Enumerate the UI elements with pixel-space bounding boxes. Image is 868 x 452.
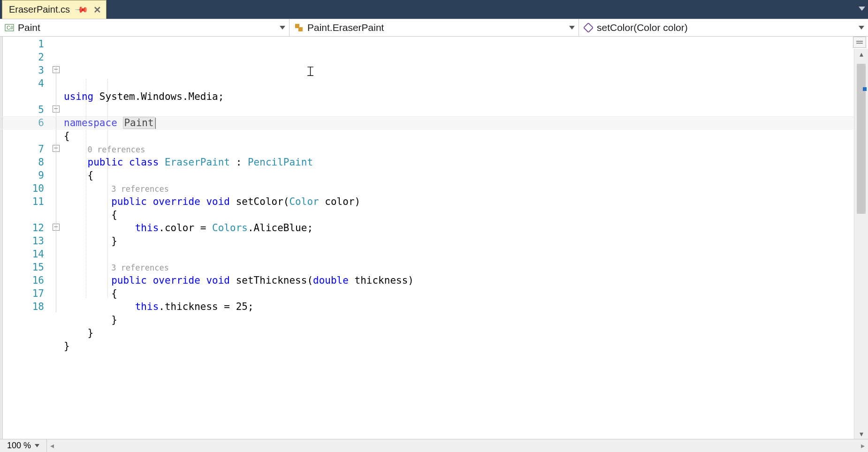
code-line[interactable] <box>64 248 868 261</box>
code-area[interactable]: 𝙸 using System.Windows.Media; namespace … <box>64 37 868 439</box>
member-dropdown-label: setColor(Color color) <box>597 22 688 33</box>
line-number: 3 <box>3 64 50 77</box>
line-number: 1 <box>3 38 50 51</box>
line-number: 2 <box>3 51 50 64</box>
line-number-gutter: 1234 56 7891011 12131415161718 <box>3 37 50 439</box>
scroll-left-icon[interactable]: ◂ <box>47 439 57 452</box>
chevron-down-icon <box>569 26 575 30</box>
chevron-down-icon <box>859 26 864 30</box>
line-number: 17 <box>3 287 50 300</box>
editor-root: EraserPaint.cs 📌 ✕ C# Paint Paint.Eraser… <box>0 0 868 452</box>
project-dropdown-label: Paint <box>18 22 40 33</box>
code-line[interactable]: using System.Windows.Media; <box>64 90 868 103</box>
line-number: 15 <box>3 261 50 274</box>
code-line[interactable]: { <box>64 129 868 143</box>
scroll-right-icon[interactable]: ▸ <box>858 439 868 452</box>
code-line[interactable]: public override void setColor(Color colo… <box>64 195 868 208</box>
code-line[interactable]: } <box>64 234 868 248</box>
line-number: 14 <box>3 248 50 261</box>
line-number: 16 <box>3 274 50 287</box>
code-line[interactable]: { <box>64 287 868 300</box>
tab-overflow-icon[interactable] <box>859 7 865 11</box>
code-line[interactable]: public override void setThickness(double… <box>64 274 868 287</box>
code-line[interactable]: { <box>64 169 868 182</box>
line-number: 7 <box>3 143 50 156</box>
scroll-thumb[interactable] <box>857 64 866 214</box>
svg-rect-3 <box>298 27 303 31</box>
horizontal-scrollbar[interactable]: ◂ ▸ <box>47 439 868 452</box>
scroll-marker <box>863 87 867 91</box>
code-line[interactable]: { <box>64 208 868 221</box>
code-line[interactable] <box>64 353 868 366</box>
class-dropdown-label: Paint.EraserPaint <box>307 22 384 33</box>
scroll-down-icon[interactable]: ▾ <box>854 429 868 439</box>
line-number: 9 <box>3 169 50 182</box>
code-line[interactable]: public class EraserPaint : PencilPaint <box>64 156 868 169</box>
file-tab-label: EraserPaint.cs <box>9 4 70 15</box>
code-line[interactable] <box>64 103 868 116</box>
line-number: 18 <box>3 300 50 313</box>
tab-bar: EraserPaint.cs 📌 ✕ <box>0 0 868 19</box>
svg-rect-4 <box>584 23 593 32</box>
line-number: 12 <box>3 221 50 234</box>
class-icon <box>294 23 304 32</box>
code-line[interactable]: namespace Paint <box>64 116 868 129</box>
chevron-down-icon <box>35 444 39 447</box>
member-dropdown[interactable]: setColor(Color color) <box>579 19 868 36</box>
split-handle[interactable] <box>853 37 866 48</box>
text-cursor-icon: 𝙸 <box>305 65 315 78</box>
zoom-dropdown[interactable]: 100 % <box>0 439 47 452</box>
code-line[interactable]: } <box>64 313 868 326</box>
code-editor[interactable]: 1234 56 7891011 12131415161718 −−−− 𝙸 us… <box>0 37 868 439</box>
scroll-track[interactable] <box>854 59 868 429</box>
pin-icon[interactable]: 📌 <box>75 2 89 17</box>
class-dropdown[interactable]: Paint.EraserPaint <box>289 19 579 36</box>
line-number: 13 <box>3 234 50 248</box>
method-icon <box>584 23 593 32</box>
project-dropdown[interactable]: C# Paint <box>0 19 289 36</box>
zoom-label: 100 % <box>7 441 31 451</box>
line-number: 11 <box>3 195 50 208</box>
line-number: 4 <box>3 77 50 90</box>
svg-text:C#: C# <box>7 25 14 30</box>
chevron-down-icon <box>280 26 285 30</box>
navigation-bar: C# Paint Paint.EraserPaint setColor(Colo… <box>0 19 868 37</box>
fold-column: −−−− <box>50 37 64 439</box>
status-bar: 100 % ◂ ▸ <box>0 439 868 452</box>
code-line[interactable]: this.thickness = 25; <box>64 300 868 313</box>
close-icon[interactable]: ✕ <box>93 4 101 15</box>
code-line[interactable]: } <box>64 326 868 339</box>
scroll-up-icon[interactable]: ▴ <box>854 49 868 59</box>
line-number: 10 <box>3 182 50 195</box>
code-line[interactable]: this.color = Colors.AliceBlue; <box>64 221 868 234</box>
file-tab[interactable]: EraserPaint.cs 📌 ✕ <box>2 0 107 19</box>
line-number: 6 <box>3 116 50 129</box>
vertical-scrollbar[interactable]: ▴ ▾ <box>854 49 868 439</box>
line-number: 5 <box>3 103 50 116</box>
csharp-icon: C# <box>5 23 14 32</box>
line-number: 8 <box>3 156 50 169</box>
code-line[interactable]: } <box>64 339 868 353</box>
